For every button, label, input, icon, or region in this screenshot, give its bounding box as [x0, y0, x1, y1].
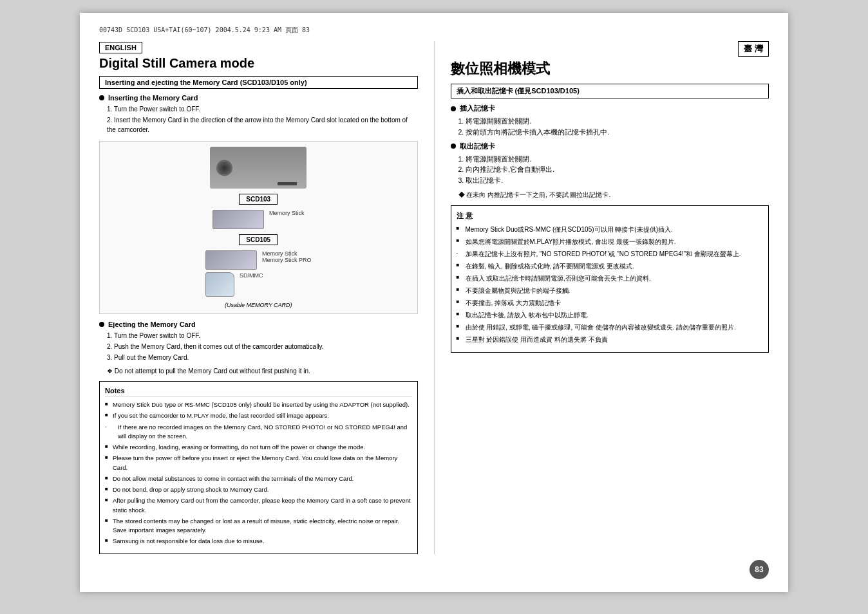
zh-note-5: 不要讓金屬物質與記憶卡的端子接觸.	[457, 286, 764, 296]
page-number-badge: 83	[750, 560, 769, 579]
eject-step-2: 2. 向內推記憶卡,它會自動彈出.	[458, 164, 769, 175]
ms-card-row: Memory Stick	[212, 210, 305, 229]
ejecting-title: Ejecting the Memory Card	[99, 321, 418, 328]
eject-steps-list: 1. 將電源開關置於關閉. 2. 向內推記憶卡,它會自動彈出. 3. 取出記憶卡…	[451, 154, 769, 186]
memory-stick-card	[212, 210, 264, 229]
ejecting-dagger: ❖ Do not attempt to pull the Memory Card…	[99, 366, 418, 376]
right-column: 臺 灣 數位照相機模式 插入和取出記憶卡 (僅見SCD103/D105) 插入記…	[451, 41, 769, 554]
zh-note-7: 取出記憶卡後, 請放入 軟布包中以防止靜電.	[457, 310, 764, 321]
zh-note-6: 不要撞击, 掉落或 大力震動記憶卡	[457, 298, 764, 308]
sdmmc-label: SD/MMC	[240, 272, 263, 279]
bullet-dot	[99, 95, 104, 100]
ejecting-step-2: 2. Push the Memory Card, then it comes o…	[107, 342, 418, 351]
scd103-image-row	[210, 147, 307, 189]
eject-title: 取出記憶卡	[451, 142, 769, 151]
left-column: ENGLISH Digital Still Camera mode Insert…	[99, 41, 418, 554]
ms-row: Memory Stick Memory Stick PRO	[205, 250, 312, 270]
usable-label: (Usable MEMORY CARD)	[225, 302, 292, 308]
zh-note-4: 在插入 或取出記憶卡時請關閉電源,否則您可能會丟失卡上的資料.	[457, 274, 764, 284]
eject-step-1: 1. 將電源開關置於關閉.	[458, 154, 769, 165]
zh-note-1: Memory Stick Duo或RS-MMC (僅只SCD105)可以用 轉接…	[457, 225, 764, 235]
bullet-dot-zh-2	[451, 144, 456, 149]
insert-steps-list: 1. 將電源開關置於關閉. 2. 按前頭方向將記憶卡插入本機的記憶卡插孔中.	[451, 116, 769, 138]
zh-note-2: 如果您將電源開關置於M.PLAY照片播放模式, 會出現 最後一張錄製的照片.	[457, 237, 764, 247]
note-2-sub: If there are no recorded images on the M…	[105, 423, 412, 442]
memory-stick-label: Memory Stick	[269, 210, 305, 216]
header-meta: 00743D SCD103 USA+TAI(60~107) 2004.5.24 …	[99, 26, 769, 35]
sdmmc-row: SD/MMC	[205, 272, 263, 297]
notes-box: Notes Memory Stick Duo type or RS-MMC (S…	[99, 381, 418, 554]
zh-note-9: 三星對 於因錯誤使 用而造成資 料的遺失將 不負責	[457, 335, 764, 345]
taiwan-badge: 臺 灣	[738, 41, 769, 57]
notes-list: Memory Stick Duo type or RS-MMC (SCD105 …	[105, 400, 412, 546]
left-main-title: Digital Still Camera mode	[99, 56, 418, 71]
note-8: The stored contents may be changed or lo…	[105, 517, 412, 535]
ejecting-step-3: 3. Pull out the Memory Card.	[107, 353, 418, 362]
sdmmc-card	[205, 272, 234, 297]
english-badge: ENGLISH	[99, 42, 142, 53]
note-5: Do not allow metal substances to come in…	[105, 474, 412, 483]
note-2: If you set the camcorder to M.PLAY mode,…	[105, 411, 412, 420]
zh-note-8: 由於使 用錯誤, 或靜電, 磁干擾或修理, 可能會 使儲存的內容被改變或遺失. …	[457, 322, 764, 333]
zh-notes-box: 注 意 Memory Stick Duo或RS-MMC (僅只SCD105)可以…	[451, 205, 769, 353]
right-main-title: 數位照相機模式	[451, 59, 769, 79]
inserting-steps-list: 1. Turn the Power switch to OFF. 2. Inse…	[99, 104, 418, 135]
ms-visual	[212, 210, 264, 229]
zh-notes-title: 注 意	[457, 211, 764, 221]
inserting-title: Inserting the Memory Card	[99, 94, 418, 102]
note-9: Samsung is not responsible for data loss…	[105, 537, 412, 546]
zh-notes-list: Memory Stick Duo或RS-MMC (僅只SCD105)可以用 轉接…	[457, 225, 764, 345]
insert-step-2: 2. 按前頭方向將記憶卡插入本機的記憶卡插孔中.	[458, 127, 769, 138]
bullet-dot-2	[99, 322, 104, 327]
note-3: While recording, loading, erasing or for…	[105, 443, 412, 452]
page-container: 00743D SCD103 USA+TAI(60~107) 2004.5.24 …	[80, 13, 788, 592]
right-section-header: 插入和取出記憶卡 (僅見SCD103/D105)	[451, 84, 769, 98]
content-wrapper: ENGLISH Digital Still Camera mode Insert…	[99, 41, 769, 554]
ms-label-1: Memory Stick	[262, 250, 312, 257]
inserting-step-1: 1. Turn the Power switch to OFF.	[107, 104, 418, 114]
bullet-dot-zh-1	[451, 106, 456, 111]
ms-card-1	[205, 250, 257, 270]
ejecting-steps-list: 1. Turn the Power switch to OFF. 2. Push…	[99, 331, 418, 362]
eject-dagger: ◆ 在未向 內推記憶卡一下之前, 不要試 圖拉出記憶卡.	[451, 190, 769, 200]
scd103-label: SCD103	[239, 194, 278, 205]
insert-step-1: 1. 將電源開關置於關閉.	[458, 116, 769, 127]
note-4: Please turn the power off before you ins…	[105, 454, 412, 472]
images-section: SCD103 Memory Stick SCD105 Memory Stick …	[99, 141, 418, 314]
left-section-header: Inserting and ejecting the Memory Card (…	[99, 76, 418, 89]
ejecting-step-1: 1. Turn the Power switch to OFF.	[107, 331, 418, 340]
scd105-label: SCD105	[239, 234, 278, 245]
note-1: Memory Stick Duo type or RS-MMC (SCD105 …	[105, 400, 412, 409]
note-6: Do not bend, drop or apply strong shock …	[105, 485, 412, 494]
taiwan-badge-row: 臺 灣	[451, 41, 769, 57]
note-7: After pulling the Memory Card out from t…	[105, 496, 412, 515]
zh-note-2-sub: 加果在記憶卡上沒有照片, "NO STORED PHOTO!"或 "NO STO…	[457, 249, 764, 259]
eject-step-3: 3. 取出記憶卡.	[458, 175, 769, 186]
notes-title: Notes	[105, 387, 412, 396]
vertical-divider	[434, 41, 435, 554]
zh-note-3: 在錄製, 輸入, 刪除或格式化時, 請不要關閉電源或 更改模式.	[457, 261, 764, 272]
ms-label-2: Memory Stick PRO	[262, 257, 312, 263]
insert-title: 插入記憶卡	[451, 104, 769, 113]
ms-labels: Memory Stick Memory Stick PRO	[262, 250, 312, 263]
scd105-cards: Memory Stick Memory Stick PRO SD/MMC	[205, 250, 312, 297]
inserting-step-2: 2. Insert the Memory Card in the directi…	[107, 115, 418, 135]
camera-visual-scd103	[210, 147, 307, 189]
